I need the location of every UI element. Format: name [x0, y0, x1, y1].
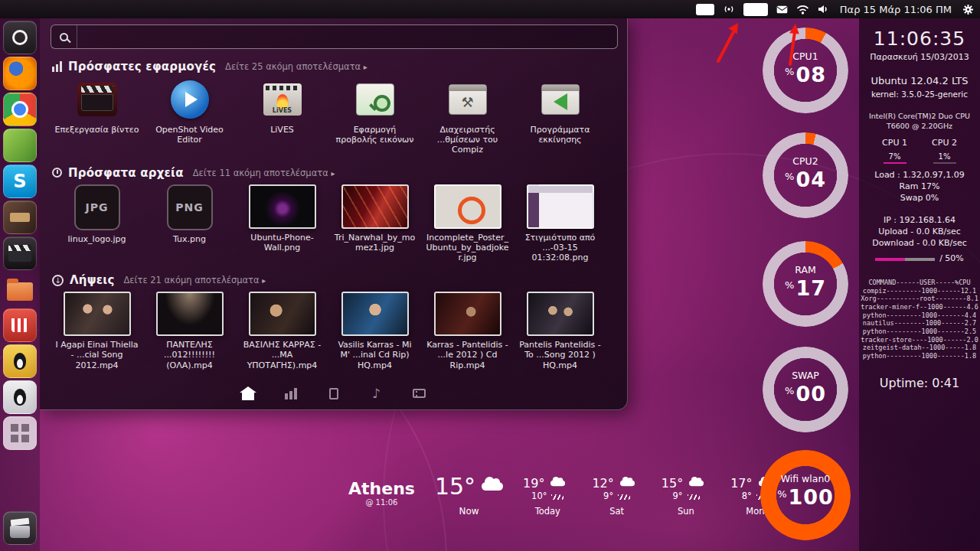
indicator-box-2[interactable]: [743, 3, 768, 16]
recent-apps-section-icon: [52, 61, 62, 72]
lens-applications-icon[interactable]: [281, 383, 301, 403]
process-list: COMMAND------USER-----%CPU compiz-------…: [859, 279, 980, 360]
gauge-label: CPU1: [763, 51, 848, 62]
section-title-downloads: Λήψεις: [70, 273, 114, 287]
panel-clock[interactable]: Παρ 15 Μάρ 11:06 ΠΜ: [840, 4, 952, 15]
ram-usage: Ram 17%: [859, 181, 980, 193]
video-thumbnail: [341, 292, 409, 336]
video-thumbnail: [434, 292, 501, 336]
gauge-value: 00: [795, 382, 826, 406]
video-thumbnail: [64, 292, 131, 336]
launcher-item-green-app[interactable]: [3, 129, 37, 162]
lens-files-icon[interactable]: [324, 383, 344, 403]
top-panel: Παρ 15 Μάρ 11:06 ΠΜ: [0, 0, 980, 18]
cpu1-percent: 7%: [882, 152, 907, 162]
download-result-6[interactable]: Pantelis Pantelidis - To ...Song 2012 ) …: [514, 292, 606, 370]
rain-icon: [688, 494, 700, 500]
launcher-item-penguin-game[interactable]: [3, 344, 37, 378]
cpu2-usage-bar: [933, 162, 956, 164]
cpu-model-2: T6600 @ 2.20GHz: [859, 122, 980, 132]
gauge-value: 17: [795, 276, 826, 300]
indicator-box-1[interactable]: [696, 4, 714, 15]
workspace-grid-icon: [11, 424, 29, 442]
download-result-2[interactable]: ΠΑΝΤΕΛΗΣ ...012!!!!!!!!(ΟΛΑ).mp4: [143, 292, 236, 370]
search-bar[interactable]: [51, 24, 618, 49]
session-gear-icon[interactable]: [962, 4, 974, 15]
forecast-day: Sat: [592, 506, 641, 517]
file-result-tri-narwhal[interactable]: Tri_Narwhal_by_momez1.jpg: [328, 184, 421, 263]
conky-date: Παρασκευή 15/03/2013: [859, 52, 980, 64]
app-result-lives[interactable]: LiVES LiVES: [236, 78, 328, 155]
launcher-item-popcorn-app[interactable]: [3, 308, 37, 342]
file-result-ubuntu-phone-wall[interactable]: Ubuntu-Phone-Wall.png: [236, 184, 328, 263]
app-result-video-editing[interactable]: Επεξεργασία βίντεο: [51, 78, 143, 155]
app-label: Εφαρμογή προβολής εικόνων: [332, 125, 418, 145]
volume-icon[interactable]: [818, 5, 829, 14]
ip-address: IP : 192.168.1.64: [859, 215, 980, 227]
downloads-row: I Agapi Einai Thiella - ...cial Song 201…: [51, 292, 618, 370]
process-row: python---------1000-------1.8: [859, 352, 980, 360]
file-label: Incomplete_Poster_Ubuntu_by_badjoker.jpg: [425, 233, 511, 263]
broadcast-icon[interactable]: [723, 5, 735, 14]
file-result-incomplete-poster[interactable]: Incomplete_Poster_Ubuntu_by_badjoker.jpg: [421, 184, 514, 263]
recent-apps-row: Επεξεργασία βίντεο OpenShot Video Editor…: [51, 78, 618, 155]
download-label: ΠΑΝΤΕΛΗΣ ...012!!!!!!!!(ΟΛΑ).mp4: [147, 340, 233, 370]
recent-files-section-icon: [52, 168, 62, 178]
cpu-model: Intel(R) Core(TM)2 Duo CPU: [859, 112, 980, 122]
file-result-linux-logo[interactable]: JPG linux_logo.jpg: [51, 184, 143, 263]
app-label: Προγράμματα εκκίνησης: [518, 125, 603, 145]
lens-video-icon[interactable]: [410, 383, 430, 403]
see-more-recent-apps[interactable]: Δείτε 25 ακόμη αποτελέσματα ▸: [225, 61, 368, 72]
launcher-item-trash[interactable]: [3, 511, 37, 545]
launcher-item-firefox[interactable]: [3, 57, 37, 90]
section-title-recent-files: Πρόσφατα αρχεία: [68, 166, 184, 180]
image-thumbnail: [341, 184, 409, 229]
file-result-tux-png[interactable]: PNG Tux.png: [143, 184, 236, 263]
launcher-item-package-box[interactable]: [3, 201, 37, 234]
openshot-icon: [171, 80, 209, 119]
swap-usage: Swap 0%: [859, 193, 980, 204]
app-result-startup-programs[interactable]: Προγράμματα εκκίνησης: [514, 78, 606, 155]
ubuntu-logo-icon: [12, 30, 28, 45]
app-label: OpenShot Video Editor: [147, 125, 233, 145]
app-result-image-viewer[interactable]: Εφαρμογή προβολής εικόνων: [328, 78, 421, 155]
mail-icon[interactable]: [776, 5, 788, 14]
load-average: Load : 1.32,0.97,1.09: [859, 170, 980, 181]
search-icon-box: [51, 25, 77, 48]
wifi-icon[interactable]: [796, 5, 809, 15]
cpu1-usage-bar: [884, 162, 906, 164]
gauge-label: Wifi wlan0: [760, 473, 851, 484]
launcher-item-ubuntu-dash[interactable]: [3, 21, 37, 54]
downloads-section-icon: ↓: [52, 275, 64, 286]
cloud-icon: [689, 481, 704, 486]
download-rate: Download - 0.0 KB/sec: [859, 238, 980, 249]
lens-home-icon[interactable]: [238, 383, 258, 403]
gauge-label: SWAP: [763, 370, 848, 381]
app-result-compiz-settings[interactable]: ⚒ Διαχειριστής ...θμίσεων του Compiz: [421, 78, 514, 155]
cloud-icon: [620, 481, 635, 486]
rain-icon: [618, 494, 630, 500]
see-more-downloads[interactable]: Δείτε 21 ακόμη αποτελέσματα ▸: [123, 275, 266, 285]
launcher-item-files[interactable]: [3, 272, 37, 306]
search-input[interactable]: [77, 31, 617, 43]
lens-music-icon[interactable]: ♪: [367, 383, 387, 403]
see-more-recent-files[interactable]: Δείτε 11 ακόμη αποτελέσματα ▸: [193, 168, 335, 178]
download-result-1[interactable]: I Agapi Einai Thiella - ...cial Song 201…: [51, 292, 143, 370]
file-result-screenshot[interactable]: Στιγμιότυπο από ...-03-15 01:32:08.png: [514, 184, 606, 263]
launcher-item-workspace-switcher[interactable]: [3, 416, 37, 450]
image-thumbnail: [434, 184, 501, 229]
forecast-high: 19°: [523, 476, 544, 491]
download-result-4[interactable]: Vasilis Karras - Mi M' ...inal Cd Rip) H…: [328, 292, 421, 370]
process-row: python---------1000-------2.5: [859, 328, 980, 336]
forecast-high: 17°: [730, 476, 752, 491]
launcher-item-chromium[interactable]: [3, 93, 37, 126]
download-result-5[interactable]: Karras - Pantelidis - ...le 2012 ) Cd Ri…: [421, 292, 514, 370]
launcher-item-skype[interactable]: S: [3, 165, 37, 198]
video-thumbnail: [156, 292, 224, 336]
launcher-item-video-editor[interactable]: [3, 236, 37, 270]
disk-usage-bar: [875, 258, 935, 261]
launcher-item-penguin-app[interactable]: [3, 380, 37, 414]
recent-files-row: JPG linux_logo.jpg PNG Tux.png Ubuntu-Ph…: [51, 184, 618, 263]
download-result-3[interactable]: ΒΑΣΙΛΗΣ ΚΑΡΡΑΣ - ...ΜΑ ΥΠΟΤΑΓΗΣ).mp4: [236, 292, 328, 370]
app-result-openshot[interactable]: OpenShot Video Editor: [143, 78, 236, 155]
